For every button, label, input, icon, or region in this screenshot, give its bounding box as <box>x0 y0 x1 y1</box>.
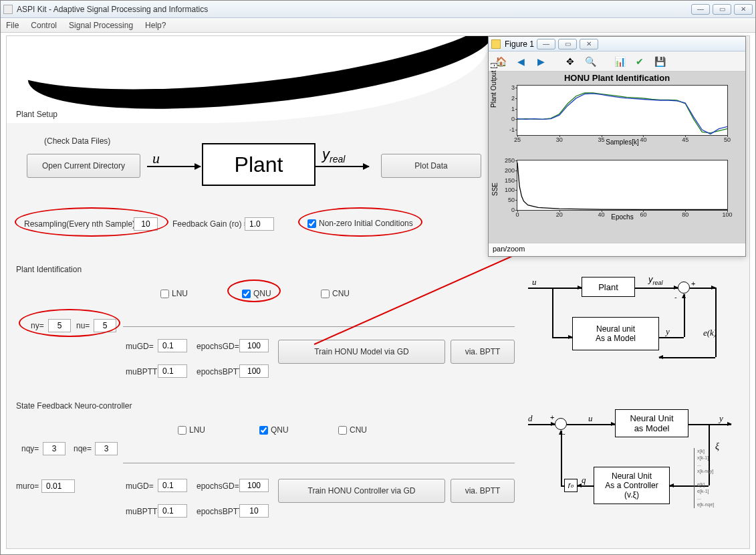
axes-config-icon[interactable]: ✔ <box>632 53 648 70</box>
nonzero-label: Non-zero Initial Conditions <box>319 219 413 228</box>
chart2-xlabel: Epochs <box>517 213 728 221</box>
menu-control[interactable]: Control <box>31 21 57 30</box>
menu-signal-processing[interactable]: Signal Processing <box>69 21 133 30</box>
close-button[interactable]: ✕ <box>734 4 753 15</box>
plantid-mugd-input[interactable] <box>158 339 187 352</box>
figure-titlebar: Figure 1 — ▭ ✕ <box>489 37 745 51</box>
plant-box: Plant <box>202 143 316 186</box>
ctl-qnu-checkbox[interactable]: QNU <box>259 425 289 435</box>
chart1-xlabel: Samples[k] <box>517 138 728 146</box>
maximize-button[interactable]: ▭ <box>713 4 731 15</box>
plantid-epochsgd-label: epochsGD= <box>197 342 239 351</box>
plot-data-button[interactable]: Plot Data <box>381 154 481 178</box>
window-title: ASPI Kit - Adaptive Signal Processing an… <box>17 5 208 14</box>
plantid-mubptt-label: muBPTT= <box>126 367 162 376</box>
ctl-epochsgd-input[interactable] <box>239 479 269 492</box>
figure-status: pan/zoom <box>489 243 745 256</box>
chart1-plot[interactable]: -10123253035404550 <box>517 85 728 136</box>
train-honu-model-bptt-button[interactable]: via. BPTT <box>451 340 515 364</box>
menu-file[interactable]: File <box>6 21 19 30</box>
muro-label: muro= <box>16 481 39 491</box>
menubar: File Control Signal Processing Help? <box>1 18 755 33</box>
menu-help[interactable]: Help? <box>145 21 166 30</box>
chart1-title: HONU Plant Identification <box>489 73 745 83</box>
nonzero-initial-checkbox[interactable]: Non-zero Initial Conditions <box>307 219 413 228</box>
decorative-header-swoosh <box>7 36 488 123</box>
nqe-input[interactable] <box>95 442 118 455</box>
nu-input[interactable] <box>94 319 116 332</box>
plant-label: Plant <box>235 152 283 177</box>
ctl-cnu-checkbox[interactable]: CNU <box>338 425 367 435</box>
figure-icon <box>491 39 501 49</box>
identification-diagram: u Plant yreal + - e(k) Neural unit As a … <box>528 270 735 370</box>
ctl-mugd-input[interactable] <box>158 479 187 492</box>
yreal-arrow <box>316 166 369 167</box>
plot-data-label: Plot Data <box>414 161 447 171</box>
ctl-mubptt-input[interactable] <box>158 504 187 518</box>
minimize-button[interactable]: — <box>691 4 710 15</box>
check-files-label: (Check Data Files) <box>44 136 110 146</box>
feedback-gain-input[interactable] <box>245 217 274 231</box>
plantid-qnu-checkbox[interactable]: QNU <box>242 289 271 298</box>
controller-heading: State Feedback Neuro-controller <box>16 401 132 411</box>
figure-toolbar: 🏠 ◀ ▶ ✥ 🔍 📊 ✔ 💾 <box>489 51 745 72</box>
subplots-config-icon[interactable]: 📊 <box>612 53 628 70</box>
pan-icon[interactable]: ✥ <box>562 53 578 70</box>
nqe-label: nqe= <box>74 444 92 453</box>
figure-minimize-button[interactable]: — <box>537 39 555 49</box>
chart2-plot[interactable]: 050100150200250020406080100 <box>517 160 728 211</box>
yreal-label: yreal <box>322 146 345 164</box>
back-icon[interactable]: ◀ <box>513 53 529 70</box>
nonzero-cb-input[interactable] <box>307 219 316 228</box>
open-dir-label: Open Current Directory <box>42 161 125 171</box>
zoom-icon[interactable]: 🔍 <box>582 53 598 70</box>
ctl-epochsgd-label: epochsGD= <box>197 481 239 491</box>
plantid-mubptt-input[interactable] <box>158 364 187 378</box>
ny-input[interactable] <box>48 319 71 332</box>
plantid-lnu-checkbox[interactable]: LNU <box>160 289 188 298</box>
feedback-gain-label: Feedback Gain (ro) = <box>172 219 249 229</box>
save-icon[interactable]: 💾 <box>652 53 668 70</box>
app-icon <box>3 5 13 14</box>
plant-setup-heading: Plant Setup <box>16 110 57 119</box>
figure-canvas[interactable]: Plant Output [-] HONU Plant Identificati… <box>489 72 745 243</box>
plantid-cnu-checkbox[interactable]: CNU <box>321 289 350 298</box>
plantid-mugd-label: muGD= <box>126 342 154 351</box>
nqy-label: nqy= <box>21 444 39 453</box>
plantid-epochsgd-input[interactable] <box>239 339 269 352</box>
forward-icon[interactable]: ▶ <box>533 53 549 70</box>
open-current-directory-button[interactable]: Open Current Directory <box>27 154 140 178</box>
ctl-lnu-checkbox[interactable]: LNU <box>178 425 205 435</box>
ctl-mugd-label: muGD= <box>126 481 154 491</box>
resampling-input[interactable] <box>134 217 158 231</box>
ctl-mubptt-label: muBPTT= <box>126 507 162 516</box>
train-honu-model-gd-button[interactable]: Train HONU Model via GD <box>278 340 445 364</box>
muro-input[interactable] <box>41 479 75 493</box>
u-label: u <box>152 150 160 167</box>
figure-maximize-button[interactable]: ▭ <box>558 39 577 49</box>
figure-window: Figure 1 — ▭ ✕ 🏠 ◀ ▶ ✥ 🔍 📊 ✔ 💾 Plant Out… <box>488 36 746 257</box>
ny-label: ny= <box>31 321 44 330</box>
plant-id-heading: Plant Identification <box>16 265 82 274</box>
train-honu-controller-bptt-button[interactable]: via. BPTT <box>451 479 515 503</box>
chart1-ylabel: Plant Output [-] <box>490 63 497 108</box>
figure-close-button[interactable]: ✕ <box>580 39 598 49</box>
train-honu-controller-gd-button[interactable]: Train HONU Controller via GD <box>278 479 445 503</box>
nqy-input[interactable] <box>43 442 66 455</box>
ctl-epochsbptt-input[interactable] <box>239 504 269 518</box>
resampling-label: Resampling(Every nth Sample) = <box>24 219 142 229</box>
plantid-epochsbptt-input[interactable] <box>239 364 269 378</box>
figure-title: Figure 1 <box>505 39 534 49</box>
controller-diagram: d + - u Neural Unit as Model y Neural Un… <box>528 404 749 531</box>
u-arrow <box>147 166 201 167</box>
main-titlebar: ASPI Kit - Adaptive Signal Processing an… <box>1 1 755 18</box>
nu-label: nu= <box>76 321 90 330</box>
